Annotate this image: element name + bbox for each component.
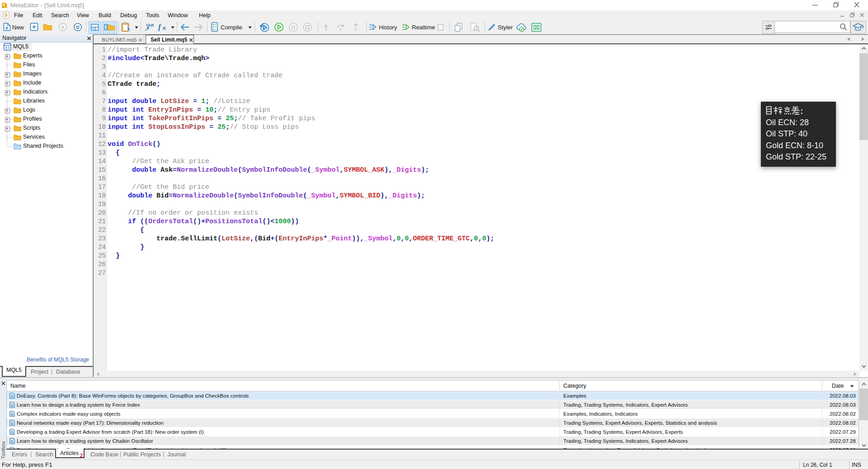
svg-text:f: f [158,23,162,31]
svg-text:5: 5 [5,12,7,18]
svg-text:5: 5 [3,3,5,7]
svg-text:VAR: VAR [146,23,154,28]
